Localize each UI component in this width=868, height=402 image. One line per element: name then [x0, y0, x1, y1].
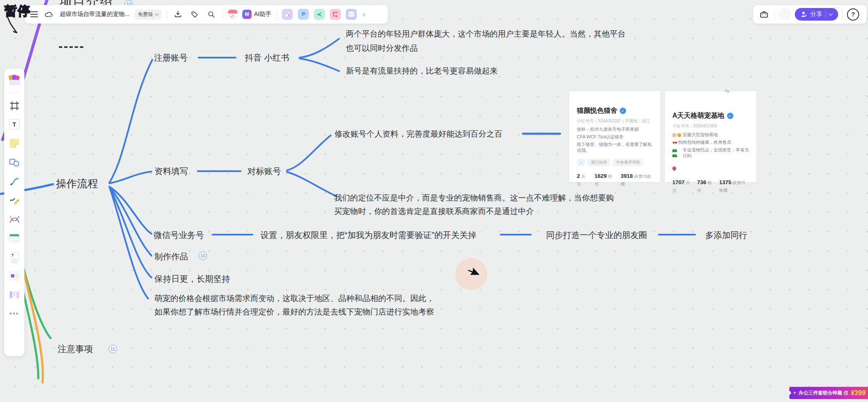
connector-tool[interactable]	[8, 175, 21, 188]
house-icon	[672, 133, 676, 137]
templates-icon	[9, 75, 20, 85]
help-button[interactable]: ?	[847, 8, 859, 21]
document-title[interactable]: 超级市场自带流量的宠物...	[60, 11, 130, 18]
avatar[interactable]	[779, 8, 791, 20]
divider	[276, 10, 277, 19]
node-profile-fill[interactable]: 资料填写	[154, 166, 188, 177]
location-pin-icon	[672, 166, 677, 171]
sparkle-icon: ✦	[793, 390, 796, 396]
car-icons	[672, 148, 681, 158]
header-right-toolbar: 分享 ?	[753, 5, 867, 24]
stat-followers: 736粉丝	[697, 178, 714, 193]
node-benchmark-account[interactable]: 对标账号	[247, 166, 281, 177]
node-add-peers[interactable]: 多添加同行	[705, 230, 747, 241]
connector-icon	[10, 177, 19, 186]
notice-count-badge[interactable]: 11	[109, 345, 117, 353]
divider	[9, 93, 20, 93]
ai-assistant-button[interactable]: M AI助手	[242, 10, 271, 19]
node-wechat-account[interactable]: 微信号业务号	[154, 230, 204, 241]
stat-following: 2关注	[577, 172, 589, 187]
note-platform-line1[interactable]: 两个平台的年轻用户群体庞大，这个市场的用户主要是年轻人。当然，其他平台	[346, 29, 626, 40]
note-positioning-line1[interactable]: 我们的定位不应是中介，而是专业的宠物销售商。这一点不难理解，当你想要购	[334, 193, 614, 204]
share-branch-plugin-icon[interactable]: ≺	[314, 9, 325, 20]
boardmix-ai-logo: M	[242, 10, 252, 19]
school-tag: 中央美术学院	[613, 159, 643, 167]
main-toolbar: 超级市场自带流量的宠物... 免费版 ✓ M AI助手 P ≺ ··· ‹	[24, 5, 388, 24]
profile-card-cattery[interactable]: 猫颜悦色猫舍 ✓ 小红书号：5394051187｜IP属地：浙江 坐标：杭州九堡…	[569, 91, 660, 182]
node-moments[interactable]: 同步打造一个专业的朋友圈	[546, 230, 647, 241]
location-tag: 浙江杭州	[587, 159, 610, 167]
kanban-tool[interactable]	[8, 288, 21, 301]
divider	[223, 10, 223, 19]
chat-plugin-icon[interactable]: ···	[346, 9, 357, 20]
stat-likes: 1375获赞与收藏	[719, 178, 749, 193]
promo-banner[interactable]: ✦ 办公三件套联合特惠 仅 ¥399	[789, 387, 868, 399]
shape-tool[interactable]	[8, 156, 21, 169]
card-line: 狗狗包纯种健康，终身售后	[678, 140, 731, 145]
clip-tool[interactable]	[8, 270, 21, 282]
card-title: 猫颜悦色猫舍	[577, 106, 617, 115]
tool-sidebar: T T •••	[4, 69, 24, 356]
node-make-works[interactable]: 制作作品	[154, 251, 188, 262]
p-plugin-icon[interactable]: P	[298, 9, 309, 20]
mindmap-tool[interactable]	[8, 213, 21, 225]
kanban-icon	[10, 291, 19, 298]
frame-icon	[10, 101, 19, 111]
verified-icon: ✓	[620, 108, 626, 114]
heart-icons: ♥♥	[672, 140, 677, 145]
note-pricing-line2[interactable]: 如果你想了解市场行情并合理定价，最好的方法是去线下宠物门店进行实地考察	[154, 307, 434, 317]
table-tool[interactable]	[8, 232, 21, 244]
divider	[842, 10, 843, 19]
card-line: 安徽大型宠物基地	[682, 132, 718, 138]
pen-icon	[9, 196, 19, 205]
flowchart-plugin-icon[interactable]	[330, 9, 341, 20]
node-notice[interactable]: 注意事项	[58, 343, 93, 355]
note-edit-profile[interactable]: 修改账号个人资料，完善度最好能达到百分之百	[334, 129, 502, 140]
whiteboard-canvas[interactable]: 项目介绍 10	[0, 0, 868, 402]
tag-icon[interactable]	[189, 8, 201, 20]
works-count-badge[interactable]: 10	[199, 251, 207, 260]
stat-following: 1707关注	[672, 178, 691, 193]
frame-tool[interactable]	[8, 99, 21, 112]
plan-badge[interactable]: 免费版	[135, 9, 162, 20]
sticky-note-tool[interactable]	[8, 137, 21, 150]
card-line: CFA WCF Tica认证猫舍	[577, 134, 624, 140]
card-line: 线下猫舍、猫咖为一体，有需要了解私信我。	[577, 142, 653, 153]
verified-icon: ✓	[727, 113, 733, 119]
document-icon: T	[10, 252, 19, 262]
checkin-calendar-icon[interactable]: ✓	[228, 10, 237, 19]
document-tool[interactable]: T	[8, 251, 21, 263]
node-platforms[interactable]: 抖音 小红书	[245, 52, 289, 63]
note-new-account[interactable]: 新号是有流量扶持的，比老号更容易做起来	[346, 66, 498, 77]
ellipsis-icon: •••	[10, 310, 19, 317]
note-platform-line2[interactable]: 也可以同时分发作品	[346, 43, 418, 54]
toolbox-icon[interactable]	[758, 8, 770, 20]
search-icon[interactable]	[206, 8, 218, 20]
clip-icon	[9, 272, 19, 280]
chevron-down-icon	[154, 12, 159, 16]
ticket-notch	[787, 391, 791, 395]
note-positioning-line2[interactable]: 买宠物时，你的首选肯定是直接联系商家而不是通过中介	[334, 206, 534, 217]
collapse-toolbar-icon[interactable]: ‹	[362, 10, 366, 19]
promo-text: 办公三件套联合特惠 仅	[799, 390, 848, 396]
menu-icon[interactable]	[30, 11, 38, 17]
image-plugin-icon[interactable]	[282, 9, 293, 20]
card-meta: 小红书号：5394051187｜IP属地：浙江	[577, 118, 653, 124]
shapes-icon	[9, 158, 19, 167]
node-register-account[interactable]: 注册账号	[154, 52, 188, 63]
note-pricing-line1[interactable]: 萌宠的价格会根据市场需求而变动，这取决于地区、品种和品相的不同。因此，	[154, 293, 434, 304]
node-daily-update[interactable]: 保持日更，长期坚持	[154, 273, 230, 285]
pen-tool[interactable]	[8, 194, 21, 206]
more-tools[interactable]: •••	[8, 307, 21, 320]
profile-card-pet-base[interactable]: A天天格萌宠基地 ✓ 小红书号：5066401569 安徽大型宠物基地 ♥♥狗狗…	[665, 91, 757, 182]
download-icon[interactable]	[172, 8, 184, 20]
share-button[interactable]: 分享	[795, 8, 838, 21]
sticky-note-icon	[10, 139, 19, 148]
watermark-pen-stroke	[3, 14, 20, 36]
text-tool[interactable]: T	[8, 118, 21, 131]
node-wechat-setting[interactable]: 设置，朋友权限里，把“加我为朋友时需要验证”的开关关掉	[260, 230, 476, 241]
node-operation-flow[interactable]: 操作流程	[56, 177, 98, 190]
templates-tool[interactable]	[8, 74, 21, 86]
tiger-icon	[677, 133, 681, 137]
cloud-sync-icon[interactable]	[43, 8, 55, 20]
